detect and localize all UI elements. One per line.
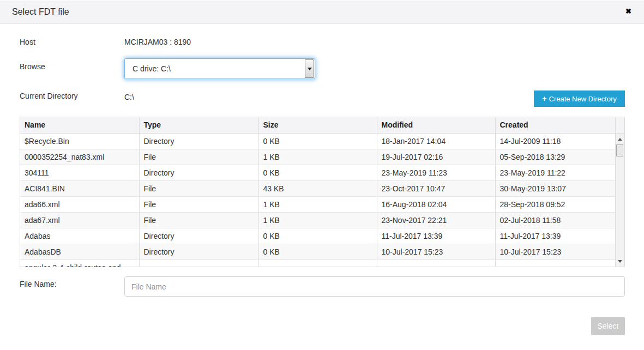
plus-icon: + bbox=[542, 94, 546, 103]
table-cell: File bbox=[139, 149, 258, 165]
table-cell: angular-2-4-child-routes-and- bbox=[20, 260, 139, 267]
table-cell: 11-Jul-2017 13:39 bbox=[377, 228, 495, 244]
table-row[interactable]: angular-2-4-child-routes-and- bbox=[20, 260, 624, 267]
table-cell: ada66.xml bbox=[20, 196, 139, 212]
close-icon[interactable]: ✖ bbox=[625, 8, 631, 15]
column-header-name[interactable]: Name bbox=[20, 117, 139, 133]
current-directory-value: C:\ bbox=[124, 93, 134, 101]
table-cell: 23-Nov-2017 22:21 bbox=[377, 212, 495, 228]
scroll-up-icon bbox=[618, 138, 622, 141]
table-cell: File bbox=[139, 196, 258, 212]
table-cell bbox=[258, 260, 377, 267]
host-label: Host bbox=[20, 38, 35, 46]
table-cell: 0 KB bbox=[258, 165, 377, 180]
table-cell: 1 KB bbox=[258, 149, 377, 165]
table-cell: ACI841.BIN bbox=[20, 180, 139, 196]
table-cell: 11-Jul-2017 13:39 bbox=[495, 228, 615, 244]
table-cell: Directory bbox=[139, 133, 258, 149]
table-row[interactable]: ada67.xmlFile1 KB23-Nov-2017 22:2102-Jul… bbox=[20, 212, 624, 228]
browse-drive-select[interactable]: C drive: C:\ bbox=[124, 58, 315, 79]
table-cell: File bbox=[139, 212, 258, 228]
table-cell: File bbox=[139, 180, 258, 196]
scroll-down-button[interactable] bbox=[616, 257, 624, 265]
table-row[interactable]: ada66.xmlFile1 KB16-Aug-2018 02:0428-Sep… bbox=[20, 196, 624, 212]
table-cell: ada67.xml bbox=[20, 212, 139, 228]
selected-drive-text: C drive: C:\ bbox=[133, 64, 171, 73]
table-cell: 23-May-2019 11:22 bbox=[495, 165, 615, 180]
table-cell: $Recycle.Bin bbox=[20, 133, 139, 149]
table-row[interactable]: 304111Directory0 KB23-May-2019 11:2323-M… bbox=[20, 165, 624, 180]
table-cell: 10-Jul-2017 15:23 bbox=[377, 244, 495, 260]
table-cell bbox=[139, 260, 258, 267]
table-row[interactable]: 0000352254_nat83.xmlFile1 KB19-Jul-2017 … bbox=[20, 149, 624, 165]
table-cell: 23-May-2019 11:23 bbox=[377, 165, 495, 180]
table-cell: Directory bbox=[139, 244, 258, 260]
table-row[interactable]: ACI841.BINFile43 KB23-Oct-2017 10:4730-M… bbox=[20, 180, 624, 196]
table-row[interactable]: AdabasDirectory0 KB11-Jul-2017 13:3911-J… bbox=[20, 228, 624, 244]
table-cell: AdabasDB bbox=[20, 244, 139, 260]
column-header-spacer bbox=[615, 117, 624, 133]
table-cell: 19-Jul-2017 02:16 bbox=[377, 149, 495, 165]
file-name-input[interactable] bbox=[124, 276, 625, 297]
table-cell: 304111 bbox=[20, 165, 139, 180]
file-table-body: $Recycle.BinDirectory0 KB18-Jan-2017 14:… bbox=[20, 133, 624, 267]
select-button[interactable]: Select bbox=[591, 317, 625, 335]
table-row[interactable]: AdabasDBDirectory0 KB10-Jul-2017 15:2310… bbox=[20, 244, 624, 260]
column-header-type[interactable]: Type bbox=[139, 117, 258, 133]
dropdown-arrow-button[interactable] bbox=[305, 59, 314, 78]
select-fdt-dialog: Select FDT file ✖ Host MCIRJAM03 : 8190 … bbox=[0, 0, 644, 350]
table-cell: 43 KB bbox=[258, 180, 377, 196]
scroll-up-button[interactable] bbox=[616, 135, 624, 143]
page-title: Select FDT file bbox=[12, 7, 69, 17]
table-row[interactable]: $Recycle.BinDirectory0 KB18-Jan-2017 14:… bbox=[20, 133, 624, 149]
column-header-size[interactable]: Size bbox=[258, 117, 377, 133]
table-cell: 10-Jul-2017 15:23 bbox=[495, 244, 615, 260]
table-cell: Directory bbox=[139, 228, 258, 244]
table-cell: 0 KB bbox=[258, 228, 377, 244]
browse-label: Browse bbox=[20, 62, 45, 71]
file-name-label: File Name: bbox=[20, 280, 57, 288]
table-cell: 30-May-2019 13:07 bbox=[495, 180, 615, 196]
table-cell: 18-Jan-2017 14:04 bbox=[377, 133, 495, 149]
table-cell bbox=[495, 260, 615, 267]
table-header-row: Name Type Size Modified Created bbox=[20, 117, 624, 133]
column-header-modified[interactable]: Modified bbox=[377, 117, 495, 133]
chevron-down-icon bbox=[308, 68, 312, 70]
table-scrollbar[interactable] bbox=[615, 134, 624, 267]
scrollbar-thumb[interactable] bbox=[616, 144, 623, 156]
dialog-header: Select FDT file ✖ bbox=[0, 0, 644, 24]
create-new-directory-label: Create New Directory bbox=[549, 95, 616, 103]
table-cell: 28-Sep-2018 09:52 bbox=[495, 196, 615, 212]
table-cell bbox=[377, 260, 495, 267]
table-cell: 0 KB bbox=[258, 133, 377, 149]
file-table-container: Name Type Size Modified Created $Recycle… bbox=[20, 117, 625, 267]
scroll-down-icon bbox=[618, 260, 622, 263]
table-cell: 23-Oct-2017 10:47 bbox=[377, 180, 495, 196]
table-cell: Adabas bbox=[20, 228, 139, 244]
table-cell: 1 KB bbox=[258, 196, 377, 212]
host-value: MCIRJAM03 : 8190 bbox=[124, 38, 191, 46]
table-cell: 14-Jul-2009 11:18 bbox=[495, 133, 615, 149]
create-new-directory-button[interactable]: + Create New Directory bbox=[534, 90, 625, 107]
table-cell: 1 KB bbox=[258, 212, 377, 228]
table-cell: 16-Aug-2018 02:04 bbox=[377, 196, 495, 212]
column-header-created[interactable]: Created bbox=[495, 117, 615, 133]
table-cell: 05-Sep-2018 13:29 bbox=[495, 149, 615, 165]
current-directory-label: Current Directory bbox=[20, 92, 78, 100]
table-cell: Directory bbox=[139, 165, 258, 180]
table-cell: 02-Jul-2018 11:58 bbox=[495, 212, 615, 228]
table-cell: 0 KB bbox=[258, 244, 377, 260]
table-cell: 0000352254_nat83.xml bbox=[20, 149, 139, 165]
file-table: Name Type Size Modified Created $Recycle… bbox=[20, 117, 624, 267]
